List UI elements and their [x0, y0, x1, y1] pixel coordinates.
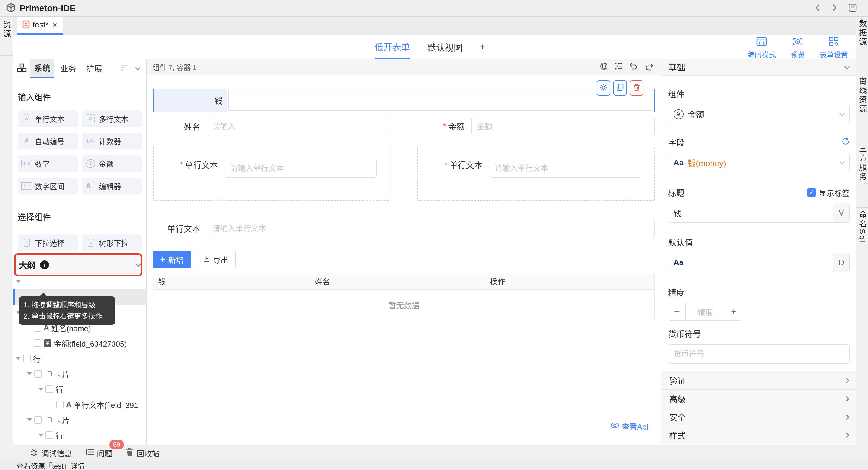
caret-down-icon[interactable] [27, 372, 32, 375]
field-select[interactable]: Aa 钱(money) [668, 153, 850, 172]
code-mode-button[interactable]: 编码模式 [747, 37, 776, 59]
checkbox[interactable] [45, 431, 53, 439]
refresh-icon[interactable] [841, 137, 850, 147]
checkbox[interactable] [34, 339, 41, 347]
problems-button[interactable]: 问题 89 [86, 447, 112, 459]
name-field[interactable]: 姓名 [153, 117, 390, 136]
column-header-name[interactable]: 姓名 [310, 273, 486, 289]
redo-icon[interactable] [645, 63, 653, 71]
single-line-text-input[interactable] [489, 159, 641, 178]
caret-down-icon[interactable] [38, 388, 43, 391]
tree-row-text-field[interactable]: A单行文本(field_391 [13, 397, 146, 412]
components-blocks-icon[interactable] [17, 64, 27, 73]
tree-row-row[interactable]: 行 [13, 381, 146, 397]
palette-tab-extension[interactable]: 扩展 [82, 59, 106, 78]
save-icon[interactable] [848, 3, 857, 13]
single-line-text-input[interactable] [207, 219, 655, 238]
checkbox[interactable] [34, 324, 41, 332]
palette-tab-business[interactable]: 业务 [56, 59, 80, 78]
tab-test[interactable]: test* × [17, 16, 63, 35]
delete-button[interactable] [630, 80, 644, 96]
section-style[interactable]: 样式 [661, 426, 856, 444]
checkbox[interactable] [45, 385, 53, 393]
tree-row-card[interactable]: 卡片 [13, 366, 146, 381]
palette-item-editor[interactable]: A≡编辑器 [82, 178, 142, 194]
rail-item-datasource[interactable]: 数据源 [857, 16, 868, 74]
palette-item-number[interactable]: 123数字 [18, 155, 78, 172]
caret-down-icon[interactable] [38, 434, 43, 437]
tree-row-row[interactable]: 行 [13, 351, 146, 366]
export-button[interactable]: 导出 [196, 251, 236, 268]
tree-row-amount-field[interactable]: ¥金额(field_63427305) [13, 335, 146, 351]
undo-icon[interactable] [629, 62, 638, 72]
chevron-down-icon[interactable] [135, 261, 141, 267]
add-view-button[interactable]: + [480, 35, 486, 59]
palette-item-auto-number[interactable]: #自动编号 [18, 133, 78, 149]
rail-item-resources[interactable]: 资源 [0, 16, 13, 56]
section-security[interactable]: 安全 [661, 408, 856, 426]
close-icon[interactable]: × [53, 21, 57, 30]
palette-item-single-line-text[interactable]: A单行文本 [18, 110, 78, 127]
debug-info-button[interactable]: 调试信息 [30, 447, 72, 459]
single-line-text-input[interactable] [224, 159, 377, 178]
settings-button[interactable] [597, 80, 610, 96]
copy-button[interactable] [613, 80, 627, 96]
palette-item-multi-line-text[interactable]: A多行文本 [82, 110, 142, 127]
form-settings-button[interactable]: 表单设置 [819, 37, 848, 59]
nav-forward-icon[interactable] [831, 3, 837, 13]
tree-row[interactable] [13, 274, 146, 289]
caret-down-icon[interactable] [16, 280, 21, 283]
basic-section-header[interactable]: 基础 [661, 59, 856, 75]
palette-item-counter[interactable]: +∕−计数器 [82, 133, 142, 149]
palette-tab-system[interactable]: 系统 [30, 59, 54, 78]
palette-item-dropdown-select[interactable]: ˅下拉选择 [18, 234, 78, 251]
selected-money-component[interactable]: 钱 [153, 89, 655, 112]
plus-icon[interactable]: + [725, 303, 742, 320]
tree-row-row[interactable]: 行 [13, 428, 146, 443]
globe-icon[interactable] [600, 62, 608, 72]
checkbox[interactable] [34, 416, 42, 424]
nav-back-icon[interactable] [815, 3, 821, 13]
info-icon[interactable]: i [40, 260, 49, 269]
section-validation[interactable]: 验证 [661, 371, 856, 390]
view-api-link[interactable]: 查看Api [610, 421, 648, 432]
tab-default-view[interactable]: 默认视图 [427, 35, 463, 59]
sort-list-icon[interactable] [120, 65, 128, 72]
default-value-field[interactable]: Aa [668, 253, 833, 272]
tab-lowcode-form[interactable]: 低开表单 [375, 35, 410, 59]
checkbox[interactable] [56, 401, 64, 408]
palette-item-amount[interactable]: ¥金额 [82, 155, 142, 172]
column-header-money[interactable]: 钱 [153, 273, 310, 289]
outline-header[interactable]: 大纲 i [13, 256, 146, 274]
add-button[interactable]: +新增 [153, 251, 191, 268]
palette-item-number-range[interactable]: 1~3数字区间 [18, 178, 78, 194]
rail-item-offline-resources[interactable]: 离线资源 [857, 74, 868, 142]
title-input[interactable] [668, 203, 833, 222]
text-field-row[interactable]: 单行文本 [153, 219, 655, 238]
default-value-addon[interactable]: D [833, 253, 849, 272]
money-input[interactable] [228, 90, 653, 111]
currency-symbol-input[interactable] [668, 344, 850, 364]
component-select[interactable]: ¥ 金额 [668, 104, 850, 124]
preview-button[interactable]: 预览 [790, 37, 805, 59]
tree-row-card[interactable]: 卡片 [13, 412, 146, 428]
rail-item-named-sql[interactable]: 命名Sql [857, 207, 868, 281]
checked-checkbox-icon[interactable]: ✓ [807, 188, 816, 197]
column-header-actions[interactable]: 操作 [486, 273, 654, 289]
recycle-bin-button[interactable]: 回收站 [126, 447, 159, 459]
show-label-toggle[interactable]: ✓ 显示标签 [807, 187, 850, 198]
precision-placeholder[interactable]: 精度 [685, 303, 725, 320]
caret-down-icon[interactable] [27, 418, 32, 421]
amount-input[interactable] [471, 117, 655, 136]
palette-item-tree-dropdown[interactable]: ≡树形下拉 [82, 234, 142, 251]
checkbox[interactable] [34, 370, 42, 378]
name-input[interactable] [207, 117, 390, 136]
card-container[interactable]: *单行文本 [153, 146, 390, 201]
section-advanced[interactable]: 高级 [661, 390, 856, 408]
card-container[interactable]: *单行文本 [417, 146, 655, 201]
minus-icon[interactable]: − [668, 303, 685, 320]
chevron-down-icon[interactable] [135, 65, 140, 70]
checkbox[interactable] [23, 355, 31, 362]
title-variable-addon[interactable]: V [833, 203, 849, 222]
rail-item-third-party-services[interactable]: 三方服务 [857, 142, 868, 207]
